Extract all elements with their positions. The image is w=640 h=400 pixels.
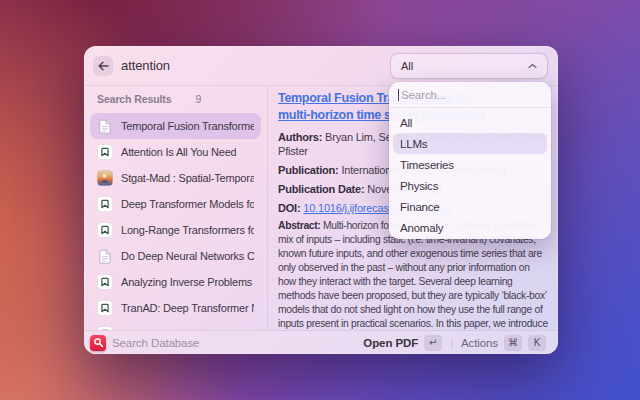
dropdown-option-physics[interactable]: Physics (393, 175, 547, 196)
document-icon (97, 118, 113, 134)
app-window: attention All Search Results 9 Temporal … (84, 46, 558, 354)
dropdown-search-placeholder: Search... (401, 89, 446, 101)
dropdown-option-all[interactable]: All (393, 112, 547, 133)
list-item[interactable]: Temporal Fusion Transformers f... (90, 113, 261, 139)
open-pdf-button[interactable]: Open PDF (363, 337, 418, 349)
text-cursor (398, 89, 399, 101)
abstract-line: models that do not shed light on how the… (278, 303, 558, 317)
abstract-line: how they interact with the target. Sever… (278, 275, 558, 289)
search-query-text[interactable]: attention (121, 58, 170, 73)
abstract-line: known future inputs, and other exogenous… (278, 247, 558, 261)
navbar: attention All (84, 46, 558, 86)
list-item[interactable]: TranAD: Deep Transformer Net... (90, 295, 261, 321)
abstract-line: inputs present in practical scenarios. I… (278, 317, 558, 330)
filter-dropdown-panel: Search... AllLLMsTimeseriesPhysicsFinanc… (389, 82, 551, 239)
status-bar: Search Database Open PDF ↵ | Actions ⌘ K (84, 330, 558, 354)
list-item-title: Do Deep Neural Networks Contr... (121, 250, 254, 262)
list-item-title: Long-Range Transformers for D... (121, 224, 254, 236)
doi-label: DOI: (278, 202, 300, 214)
bookmark-icon (97, 300, 113, 316)
dropdown-option-timeseries[interactable]: Timeseries (393, 154, 547, 175)
bookmark-icon (97, 144, 113, 160)
abstract-line: only observed in the past – without any … (278, 261, 558, 275)
list-item-title: Analyzing Inverse Problems with... (121, 276, 254, 288)
publication-label: Publication: (278, 164, 339, 176)
dropdown-option-finance[interactable]: Finance (393, 196, 547, 217)
list-item[interactable]: Analyzing Inverse Problems with... (90, 269, 261, 295)
list-item[interactable]: Do Deep Neural Networks Contr... (90, 243, 261, 269)
back-button[interactable] (93, 56, 113, 76)
list-item[interactable]: Stgat-Mad : Spatial-Temporal Gr... (90, 165, 261, 191)
cmd-key-badge: ⌘ (504, 335, 522, 351)
chevron-up-icon (528, 63, 537, 69)
dropdown-options-list: AllLLMsTimeseriesPhysicsFinanceAnomaly (389, 108, 551, 239)
list-item[interactable]: Long-Range Transformers for D... (90, 217, 261, 243)
return-key-badge: ↵ (424, 335, 442, 351)
list-item-title: Attention Is All You Need (121, 146, 236, 158)
search-results-list: Temporal Fusion Transformers f...Attenti… (90, 113, 261, 330)
bookmark-icon (97, 196, 113, 212)
document-icon (97, 248, 113, 264)
list-item-title: Stgat-Mad : Spatial-Temporal Gr... (121, 172, 254, 184)
list-item-title: Temporal Fusion Transformers f... (121, 120, 254, 132)
bookmark-icon (97, 274, 113, 290)
status-actions: Open PDF ↵ | Actions ⌘ K (363, 335, 546, 351)
results-sidebar: Search Results 9 Temporal Fusion Transfo… (84, 86, 268, 330)
dropdown-option-anomaly[interactable]: Anomaly (393, 217, 547, 238)
magnifier-icon (93, 337, 104, 348)
list-item[interactable]: Deep Transformer Models for Ti... (90, 191, 261, 217)
results-section-header: Search Results 9 (90, 91, 261, 107)
list-item[interactable]: Attention Is All You Need (90, 139, 261, 165)
filter-select[interactable]: All (390, 53, 548, 79)
search-database-app-icon (90, 335, 106, 351)
thumbnail-icon (97, 170, 113, 186)
authors-label: Authors: (278, 131, 322, 143)
abstract-label: Abstract: (278, 220, 321, 231)
list-item-title: TranAD: Deep Transformer Net... (121, 302, 254, 314)
dropdown-option-llms[interactable]: LLMs (393, 133, 547, 154)
bookmark-icon (97, 222, 113, 238)
list-item[interactable]: Informer: Beyond Efficient Trans... (90, 321, 261, 330)
abstract-line: methods have been proposed, but they are… (278, 289, 558, 303)
statusbar-divider: | (448, 337, 455, 349)
list-item-title: Deep Transformer Models for Ti... (121, 198, 254, 210)
dropdown-search-input[interactable]: Search... (389, 82, 551, 108)
section-label: Search Results (97, 93, 171, 105)
k-key-badge: K (528, 335, 546, 351)
root-search-placeholder[interactable]: Search Database (112, 337, 199, 349)
results-count-badge: 9 (195, 93, 201, 105)
filter-selected-value: All (401, 60, 413, 72)
actions-button[interactable]: Actions (461, 337, 498, 349)
arrow-left-icon (98, 61, 109, 71)
publication-date-label: Publication Date: (278, 183, 364, 195)
